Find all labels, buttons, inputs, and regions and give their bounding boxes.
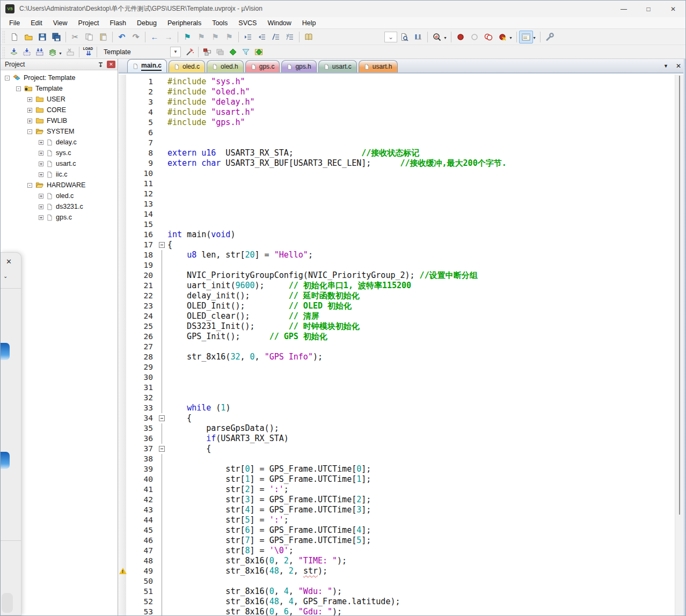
diamond-box-icon[interactable]	[252, 46, 265, 58]
configure-book-icon[interactable]	[302, 31, 316, 43]
fold-collapse-icon[interactable]	[159, 446, 165, 452]
tree-item-sys-c[interactable]: +sys.c	[1, 148, 118, 158]
open-folder-icon[interactable]	[21, 31, 35, 43]
tab-usart-c[interactable]: usart.c	[318, 60, 357, 72]
chevron-down-icon[interactable]: ⌄	[3, 273, 8, 279]
breakpoint-disable-all-icon[interactable]: ▼	[495, 31, 509, 43]
vertical-scrollbar[interactable]	[675, 75, 683, 615]
menu-peripherals[interactable]: Peripherals	[162, 18, 207, 28]
tree-item-system[interactable]: -SYSTEM	[1, 126, 118, 137]
expand-icon[interactable]: +	[39, 194, 43, 199]
menu-edit[interactable]: Edit	[25, 18, 48, 28]
tab-gps-c[interactable]: gps.c	[245, 60, 280, 72]
breakpoint-icon[interactable]	[454, 31, 468, 43]
tree-item-iic-c[interactable]: +iic.c	[1, 169, 118, 180]
fold-collapse-icon[interactable]	[159, 242, 165, 248]
project-panel-close-icon[interactable]: ✕	[107, 61, 115, 68]
tree-item-hardware[interactable]: -HARDWARE	[1, 180, 118, 190]
paste-icon[interactable]	[96, 31, 110, 43]
options-wand-icon[interactable]	[183, 46, 196, 58]
expand-icon[interactable]: +	[27, 97, 32, 102]
expand-icon[interactable]: +	[39, 162, 43, 166]
bookmark-next-icon[interactable]: ⚑	[208, 31, 222, 43]
code-view[interactable]: 1#include "sys.h"2#include "oled.h"3#inc…	[119, 75, 675, 615]
undo-icon[interactable]: ↶	[115, 31, 129, 43]
menu-debug[interactable]: Debug	[132, 18, 162, 28]
collapse-icon[interactable]: -	[27, 183, 32, 188]
indent-left-icon[interactable]	[255, 31, 269, 43]
breakpoint-disabled-icon[interactable]	[468, 31, 481, 43]
tab-usart-h[interactable]: usart.h	[359, 60, 398, 72]
indent-right-icon[interactable]	[241, 31, 255, 43]
menu-window[interactable]: Window	[262, 18, 296, 28]
copy-icon[interactable]	[82, 31, 96, 43]
menu-view[interactable]: View	[48, 18, 73, 28]
diamond-green-icon[interactable]	[227, 46, 239, 58]
collapse-icon[interactable]: -	[16, 86, 21, 91]
new-file-icon[interactable]	[8, 31, 21, 43]
build-icon[interactable]	[20, 46, 33, 58]
redo-icon[interactable]: ↷	[129, 31, 143, 43]
fold-collapse-icon[interactable]	[159, 415, 165, 421]
collapse-icon[interactable]: -	[27, 129, 32, 134]
tree-item-usart-c[interactable]: +usart.c	[1, 158, 118, 169]
expand-icon[interactable]: +	[39, 140, 43, 145]
rebuild-icon[interactable]	[33, 46, 46, 58]
tree-item-project-template[interactable]: -Project: Template	[1, 72, 118, 83]
window-list-icon[interactable]: ▼	[519, 31, 533, 43]
overlay-button[interactable]	[2, 593, 13, 613]
maximize-button[interactable]: □	[636, 1, 661, 17]
bookmark-icon[interactable]: ⚑	[180, 31, 194, 43]
menu-project[interactable]: Project	[73, 18, 105, 28]
tab-oled-h[interactable]: oled.h	[207, 60, 244, 72]
pin-icon[interactable]	[96, 60, 105, 69]
manage-items-icon[interactable]	[201, 46, 214, 58]
collapse-icon[interactable]: -	[5, 76, 10, 80]
translate-icon[interactable]	[8, 46, 20, 58]
load-icon[interactable]: LOAD⇊	[82, 46, 94, 58]
cut-icon[interactable]: ✂	[68, 31, 82, 43]
tree-item-user[interactable]: +USER	[1, 94, 118, 105]
save-all-icon[interactable]	[49, 31, 63, 43]
nav-back-icon[interactable]: ←	[148, 31, 162, 43]
tab-close-icon[interactable]: ✕	[676, 62, 681, 70]
expand-icon[interactable]: +	[39, 172, 43, 177]
expand-icon[interactable]: +	[39, 151, 43, 156]
find-in-files-icon[interactable]	[397, 31, 411, 43]
expand-icon[interactable]: +	[39, 215, 43, 220]
uncomment-icon[interactable]	[283, 31, 297, 43]
stop-build-icon[interactable]	[64, 46, 77, 58]
find-d-icon[interactable]: d▼	[430, 31, 444, 43]
tab-gps-h[interactable]: gps.h	[281, 60, 316, 72]
tree-item-template[interactable]: -✱Template	[1, 83, 118, 94]
menu-help[interactable]: Help	[297, 18, 322, 28]
manage-layers-icon[interactable]	[214, 46, 227, 58]
bookmark-clear-icon[interactable]: ⚑	[222, 31, 236, 43]
tab-main-c[interactable]: main.c	[127, 59, 167, 72]
tree-item-fwlib[interactable]: +FWLIB	[1, 115, 118, 126]
scrollbar-thumb[interactable]	[679, 76, 680, 515]
expand-icon[interactable]: +	[27, 119, 32, 123]
menu-flash[interactable]: Flash	[104, 18, 132, 28]
save-icon[interactable]	[35, 31, 49, 43]
find-binoculars-icon[interactable]	[411, 31, 425, 43]
tree-item-core[interactable]: +CORE	[1, 105, 118, 115]
tree-item-delay-c[interactable]: +delay.c	[1, 137, 118, 148]
photo-thumbnail[interactable]	[1, 452, 10, 469]
photo-thumbnail[interactable]	[1, 343, 10, 360]
menu-file[interactable]: File	[4, 18, 25, 28]
batch-build-icon[interactable]: ▼	[46, 46, 59, 58]
menu-tools[interactable]: Tools	[207, 18, 233, 28]
overlay-close-icon[interactable]: ✕	[6, 258, 12, 266]
wrench-icon[interactable]	[543, 31, 557, 43]
tree-item-oled-c[interactable]: +oled.c	[1, 190, 118, 201]
breakpoint-kill-all-icon[interactable]	[481, 31, 495, 43]
target-select-dropdown-icon[interactable]: ▼	[170, 47, 181, 57]
bookmark-prev-icon[interactable]: ⚑	[194, 31, 208, 43]
funnel-icon[interactable]	[239, 46, 252, 58]
minimize-button[interactable]: —	[611, 1, 636, 17]
tree-item-ds3231-c[interactable]: +ds3231.c	[1, 201, 118, 212]
comment-icon[interactable]	[269, 31, 283, 43]
nav-forward-icon[interactable]: →	[162, 31, 176, 43]
expand-icon[interactable]: +	[27, 108, 32, 113]
